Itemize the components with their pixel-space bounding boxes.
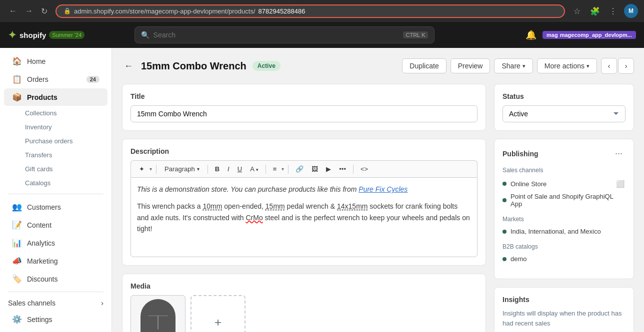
editor-line2: This wrench packs a 10mm open-ended, 15m… — [137, 201, 471, 234]
shopify-logo: ✦ shopify Summer '24 — [8, 29, 84, 41]
page-header-actions: Duplicate Preview Share ▾ More actions ▾… — [402, 58, 634, 74]
url-highlighted: 8782945288486 — [258, 7, 306, 15]
page-header-left: ← 15mm Combo Wrench Active — [122, 59, 280, 73]
channel-online-store-dot — [502, 182, 506, 186]
toolbar-magic-chevron-icon: ▾ — [150, 166, 152, 172]
media-add-button[interactable]: + — [190, 295, 246, 332]
toolbar-color-chevron-icon: ▾ — [256, 167, 258, 172]
toolbar-bold-btn[interactable]: B — [212, 164, 222, 174]
toolbar-magic-btn[interactable]: ✦ — [136, 164, 148, 174]
sidebar-item-settings[interactable]: ⚙️ Settings — [4, 311, 108, 328]
extensions-button[interactable]: 🧩 — [588, 4, 602, 18]
sidebar-item-customers[interactable]: 👥 Customers — [4, 198, 108, 216]
media-label: Media — [130, 282, 478, 290]
sidebar-item-gift-cards[interactable]: Gift cards — [4, 162, 108, 176]
market-item: India, International, and Mexico — [502, 226, 626, 237]
sidebar-item-purchase-orders[interactable]: Purchase orders — [4, 134, 108, 148]
media-item-1[interactable] — [130, 295, 186, 332]
sidebar-item-discounts[interactable]: 🏷️ Discounts — [4, 270, 108, 288]
channel-online-store-copy-button[interactable]: ⬜ — [615, 179, 626, 189]
toolbar-more-btn[interactable]: ••• — [336, 164, 349, 174]
title-label: Title — [130, 92, 478, 100]
toolbar-color-btn[interactable]: A ▾ — [247, 164, 262, 174]
prev-arrow-button[interactable]: ‹ — [601, 58, 617, 74]
sales-channels-chevron-icon: › — [101, 299, 104, 307]
sidebar-item-home[interactable]: 🏠 Home — [4, 52, 108, 70]
menu-button[interactable]: ⋮ — [606, 4, 620, 18]
store-avatar[interactable]: mag magecomp_app_devlopm... — [542, 31, 636, 39]
toolbar-underline-btn[interactable]: U — [234, 164, 245, 174]
toolbar-align-btn[interactable]: ≡ — [270, 164, 280, 174]
editor-content[interactable]: This is a demonstration store. You can p… — [130, 177, 478, 257]
share-button[interactable]: Share ▾ — [494, 58, 532, 73]
share-label: Share — [502, 62, 520, 70]
sidebar-item-products[interactable]: 📦 Products — [4, 88, 108, 106]
sidebar-item-marketing[interactable]: 📣 Marketing — [4, 252, 108, 270]
sidebar-item-discounts-label: Discounts — [27, 275, 58, 283]
back-button[interactable]: ← — [6, 5, 20, 16]
duplicate-button[interactable]: Duplicate — [402, 58, 446, 73]
sidebar-item-collections[interactable]: Collections — [4, 106, 108, 120]
back-button[interactable]: ← — [122, 59, 135, 73]
orders-badge: 24 — [86, 76, 100, 83]
next-arrow-button[interactable]: › — [618, 58, 634, 74]
toolbar-code-btn[interactable]: <> — [358, 164, 371, 174]
sales-channels-sub-label: Sales channels — [502, 167, 626, 174]
toolbar-color-label: A — [250, 165, 254, 173]
more-actions-label: More actions — [544, 62, 584, 70]
browser-nav-buttons: ← → ↻ — [6, 5, 50, 17]
measurement-15mm: 15mm — [266, 202, 285, 210]
home-icon: 🏠 — [12, 56, 22, 66]
toolbar-sep-2 — [208, 165, 208, 174]
toolbar-video-btn[interactable]: ▶ — [323, 164, 334, 174]
search-input[interactable] — [154, 31, 400, 39]
sidebar-item-analytics[interactable]: 📊 Analytics — [4, 234, 108, 252]
preview-button[interactable]: Preview — [450, 58, 490, 73]
store-name: magecomp_app_devlopm... — [560, 32, 632, 38]
toolbar-sep-1 — [156, 165, 156, 174]
publishing-more-button[interactable]: ··· — [612, 147, 626, 160]
more-actions-button[interactable]: More actions ▾ — [537, 58, 597, 73]
description-label: Description — [130, 147, 478, 155]
toolbar-italic-btn[interactable]: I — [224, 164, 232, 174]
publishing-card-title: Publishing — [502, 150, 538, 158]
shopify-icon: ✦ — [8, 29, 16, 41]
marketing-icon: 📣 — [12, 256, 22, 266]
search-icon: 🔍 — [141, 31, 150, 39]
orders-icon: 📋 — [12, 74, 22, 84]
sidebar-item-products-label: Products — [27, 93, 58, 101]
product-image — [140, 299, 176, 332]
content-icon: 📝 — [12, 220, 22, 230]
channel-online-store: Online Store ⬜ — [502, 177, 626, 191]
bookmark-button[interactable]: ☆ — [570, 4, 584, 18]
insights-card-title: Insights — [502, 296, 626, 304]
sidebar-item-content-label: Content — [27, 221, 52, 229]
notifications-button[interactable]: 🔔 — [526, 29, 536, 40]
sidebar-item-content[interactable]: 📝 Content — [4, 216, 108, 234]
toolbar-format-label: Paragraph — [164, 165, 195, 173]
toolbar-image-btn[interactable]: 🖼 — [308, 164, 321, 174]
sidebar-item-customers-label: Customers — [27, 203, 61, 211]
market-dot — [502, 230, 506, 234]
sidebar-item-catalogs[interactable]: Catalogs — [4, 176, 108, 190]
toolbar-sep-5 — [353, 165, 354, 174]
market-label: India, International, and Mexico — [510, 228, 601, 235]
status-card-title: Status — [502, 92, 626, 100]
sidebar-item-transfers[interactable]: Transfers — [4, 148, 108, 162]
editor-link[interactable]: Pure Fix Cycles — [358, 185, 408, 193]
forward-button[interactable]: → — [22, 5, 36, 16]
sidebar-item-orders[interactable]: 📋 Orders 24 — [4, 70, 108, 88]
refresh-button[interactable]: ↻ — [38, 5, 50, 17]
markets-sub-label: Markets — [502, 216, 626, 223]
b2b-dot — [502, 257, 506, 261]
toolbar-format-dropdown[interactable]: Paragraph ▾ — [160, 164, 204, 174]
search-bar[interactable]: 🔍 CTRL K — [134, 26, 434, 43]
title-input[interactable] — [130, 105, 478, 122]
url-bar[interactable]: 🔒 admin.shopify.com/store/magecomp-app-d… — [56, 4, 565, 18]
store-avatar-initials: mag — [546, 32, 558, 38]
media-grid: + — [130, 295, 478, 332]
status-select[interactable]: Active Draft — [502, 105, 626, 122]
toolbar-link-btn[interactable]: 🔗 — [292, 164, 306, 174]
sales-channels-row[interactable]: Sales channels › — [0, 296, 112, 310]
sidebar-item-inventory[interactable]: Inventory — [4, 120, 108, 134]
